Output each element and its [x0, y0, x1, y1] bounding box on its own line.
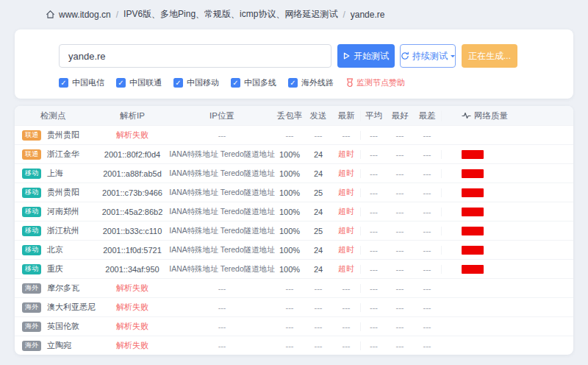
node-cell: 移动河南郑州 — [15, 206, 96, 217]
resolved-ip: 2001::1f0d:5721 — [96, 246, 169, 255]
checkbox-checked-icon: ✓ — [116, 78, 126, 88]
node-location: 英国伦敦 — [47, 321, 79, 332]
carrier-checkbox-1[interactable]: ✓中国联通 — [116, 77, 162, 88]
home-icon — [46, 10, 55, 19]
carrier-badge: 移动 — [22, 226, 41, 236]
latest-latency: 超时 — [332, 187, 360, 198]
resolved-ip: 2001::34af:950 — [96, 265, 169, 274]
sent-count: 24 — [304, 265, 332, 274]
node-location: 澳大利亚悉尼 — [47, 302, 96, 313]
ip-location: --- — [169, 322, 275, 331]
sponsor-link[interactable]: 监测节点赞助 — [345, 77, 405, 88]
ip-location: IANA特殊地址 Teredo隧道地址 — [169, 188, 275, 198]
worst-latency: --- — [413, 322, 441, 331]
carrier-badge: 联通 — [22, 149, 41, 160]
packet-loss: --- — [275, 322, 304, 331]
best-latency: --- — [387, 303, 413, 312]
sponsor-label: 监测节点赞助 — [356, 77, 405, 88]
avg-latency: --- — [360, 284, 387, 293]
header-quality: 网络质量 — [441, 110, 573, 121]
ip-location: --- — [169, 303, 275, 312]
continuous-test-button[interactable]: 持续测试 — [400, 44, 456, 68]
checkbox-checked-icon: ✓ — [231, 78, 240, 88]
quality-cell — [441, 208, 573, 216]
ip-location: IANA特殊地址 Teredo隧道地址 — [169, 245, 275, 255]
carrier-badge: 海外 — [22, 322, 41, 332]
sent-count: 24 — [304, 246, 332, 255]
sent-count: --- — [304, 322, 332, 331]
header-loss: 丢包率 — [275, 110, 304, 121]
carrier-checkbox-label: 中国多线 — [244, 77, 276, 88]
checkbox-checked-icon: ✓ — [59, 78, 68, 88]
sent-count: 25 — [304, 227, 332, 235]
header-quality-label: 网络质量 — [474, 110, 508, 121]
node-cell: 移动上海 — [15, 168, 96, 179]
latest-latency: --- — [332, 131, 360, 140]
avg-latency: --- — [360, 131, 387, 140]
best-latency: --- — [387, 341, 413, 350]
start-test-label: 开始测试 — [354, 50, 389, 63]
quality-bar — [462, 246, 484, 255]
sent-count: 24 — [304, 169, 332, 178]
quality-bar — [462, 208, 484, 216]
latest-latency: --- — [332, 341, 360, 350]
breadcrumb-target: yande.re — [351, 10, 385, 20]
worst-latency: --- — [413, 169, 441, 178]
best-latency: --- — [387, 265, 413, 274]
carrier-checkbox-3[interactable]: ✓中国多线 — [231, 77, 276, 88]
resolved-ip: 解析失败 — [96, 130, 169, 141]
carrier-badge: 海外 — [22, 302, 41, 313]
avg-latency: --- — [360, 188, 387, 197]
node-location: 重庆 — [47, 263, 63, 274]
breadcrumb-section: IPV6版、多地Ping、常规版、icmp协议、网络延迟测试 — [123, 8, 337, 21]
quality-cell — [441, 150, 573, 159]
carrier-checkbox-label: 中国联通 — [129, 77, 162, 88]
table-row: 移动浙江杭州2001::b33c:c110IANA特殊地址 Teredo隧道地址… — [15, 221, 573, 240]
carrier-badge: 移动 — [22, 264, 41, 274]
carrier-checkbox-label: 海外线路 — [301, 77, 334, 88]
best-latency: --- — [387, 322, 413, 331]
best-latency: --- — [387, 246, 413, 255]
best-latency: --- — [387, 169, 413, 178]
carrier-badge: 联通 — [22, 130, 41, 141]
worst-latency: --- — [413, 188, 441, 197]
host-input[interactable] — [59, 44, 331, 68]
resolved-ip: 解析失败 — [96, 302, 169, 313]
ip-location: --- — [169, 131, 275, 140]
packet-loss: 100% — [275, 208, 304, 216]
test-input-row: 开始测试 持续测试 正在生成... — [59, 44, 573, 68]
avg-latency: --- — [360, 227, 387, 235]
ip-location: --- — [169, 341, 275, 350]
carrier-badge: 移动 — [22, 207, 41, 217]
latest-latency: 超时 — [332, 206, 360, 217]
latest-latency: --- — [332, 322, 360, 331]
start-test-button[interactable]: 开始测试 — [337, 44, 395, 68]
avg-latency: --- — [360, 150, 387, 159]
carrier-checkbox-2[interactable]: ✓中国移动 — [173, 77, 219, 88]
table-row: 海外英国伦敦解析失败--------------------- — [15, 316, 573, 336]
quality-bar — [462, 227, 484, 235]
chevron-down-icon — [451, 55, 455, 60]
carrier-filter-row: ✓中国电信✓中国联通✓中国移动✓中国多线✓海外线路 监测节点赞助 — [59, 77, 573, 88]
ping-results-table: 检测点 解析IP IP位置 丢包率 发送 最新 平均 最好 最差 网络质量 联通… — [15, 106, 573, 355]
header-best: 最好 — [387, 110, 413, 121]
node-location: 摩尔多瓦 — [47, 283, 79, 294]
sent-count: 24 — [304, 150, 332, 159]
header-ip-location: IP位置 — [169, 110, 275, 121]
packet-loss: 100% — [275, 227, 304, 235]
breadcrumb-site[interactable]: www.itdog.cn — [59, 10, 111, 20]
node-location: 北京 — [47, 244, 63, 255]
carrier-checkbox-4[interactable]: ✓海外线路 — [288, 77, 334, 88]
best-latency: --- — [387, 227, 413, 235]
packet-loss: 100% — [275, 150, 304, 159]
continuous-test-label: 持续测试 — [412, 50, 448, 63]
ip-location: IANA特殊地址 Teredo隧道地址 — [169, 264, 275, 274]
table-header-row: 检测点 解析IP IP位置 丢包率 发送 最新 平均 最好 最差 网络质量 — [15, 106, 573, 125]
table-row: 移动重庆2001::34af:950IANA特殊地址 Teredo隧道地址100… — [15, 259, 573, 278]
generating-button[interactable]: 正在生成... — [462, 44, 517, 68]
table-row: 海外澳大利亚悉尼解析失败--------------------- — [15, 297, 573, 316]
ip-location: IANA特殊地址 Teredo隧道地址 — [169, 169, 275, 179]
node-cell: 移动浙江杭州 — [15, 225, 96, 236]
carrier-checkbox-0[interactable]: ✓中国电信 — [59, 77, 104, 88]
carrier-checkbox-label: 中国移动 — [187, 77, 219, 88]
